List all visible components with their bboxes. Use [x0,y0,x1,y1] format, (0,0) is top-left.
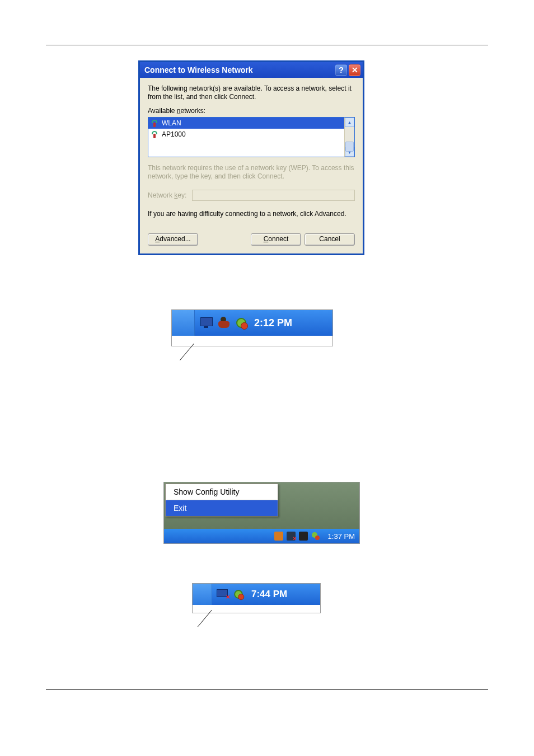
network-name: WLAN [162,119,181,127]
device-icon[interactable] [299,532,308,541]
clock: 7:44 PM [251,589,287,600]
cancel-button[interactable]: Cancel [305,233,355,246]
network-item-wlan[interactable]: WLAN [148,118,344,129]
clock: 2:12 PM [254,317,292,329]
footer-rule [46,689,488,690]
help-icon: ? [339,65,344,74]
tray-separator [172,310,195,336]
antivirus-icon[interactable] [311,532,320,541]
instruction-text: The following network(s) are available. … [148,84,355,101]
network-key-input[interactable] [192,190,355,201]
advanced-button[interactable]: Advanced... [148,233,198,246]
system-tray-disconnected: 7:44 PM [192,583,321,613]
header-rule [46,45,488,45]
close-button[interactable]: ✕ [349,64,360,76]
system-tray-context-menu: Show Config Utility Exit 1:37 PM [163,482,360,544]
wep-note: This network requires the use of a netwo… [148,164,355,181]
titlebar: Connect to Wireless Network ? ✕ [140,62,363,78]
network-monitor-icon[interactable] [200,317,213,328]
scroll-thumb[interactable] [345,142,354,152]
lang-icon[interactable] [274,532,283,541]
available-networks-label: Available networks: [148,107,355,115]
listbox-scrollbar[interactable]: ▴ ▾ [344,118,354,157]
dialog-title: Connect to Wireless Network [144,65,253,74]
net-off-icon[interactable] [287,532,296,541]
taskbar: 1:37 PM [164,529,359,543]
menu-exit[interactable]: Exit [166,500,278,516]
menu-show-config[interactable]: Show Config Utility [166,484,278,500]
system-tray-connected: 2:12 PM [171,309,333,346]
networks-listbox[interactable]: WLAN AP1000 ▴ ▾ [148,117,355,157]
wifi-icon [151,130,158,138]
agent-icon[interactable] [217,317,231,329]
close-icon: ✕ [352,65,358,74]
help-button[interactable]: ? [335,64,347,76]
network-disconnected-icon[interactable] [217,589,229,599]
advanced-note: If you are having difficulty connecting … [148,210,355,218]
network-key-label: Network key: [148,191,186,199]
clock: 1:37 PM [328,532,355,541]
antivirus-icon[interactable] [235,317,247,329]
network-item-ap1000[interactable]: AP1000 [148,129,344,140]
antivirus-icon[interactable] [233,589,244,600]
context-menu: Show Config Utility Exit [165,483,278,516]
connect-wireless-dialog: Connect to Wireless Network ? ✕ The foll… [138,60,364,255]
tray-separator [193,584,212,605]
scroll-up-button[interactable]: ▴ [345,118,354,127]
connect-button[interactable]: Connect [251,233,301,246]
network-name: AP1000 [162,130,186,138]
wifi-icon [151,119,158,127]
scroll-track[interactable] [345,127,354,147]
